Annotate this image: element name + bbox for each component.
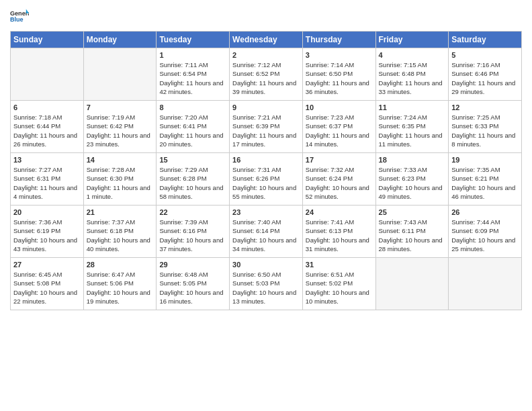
- calendar-body: 1Sunrise: 7:11 AM Sunset: 6:54 PM Daylig…: [11, 48, 522, 310]
- day-info: Sunrise: 6:45 AM Sunset: 5:08 PM Dayligh…: [13, 270, 81, 306]
- day-info: Sunrise: 7:29 AM Sunset: 6:28 PM Dayligh…: [159, 165, 226, 201]
- day-number: 9: [232, 103, 300, 111]
- day-header-tuesday: Tuesday: [157, 32, 230, 48]
- day-info: Sunrise: 7:24 AM Sunset: 6:35 PM Dayligh…: [379, 113, 446, 148]
- day-number: 8: [159, 103, 226, 111]
- day-number: 27: [13, 261, 81, 269]
- day-number: 2: [232, 51, 300, 59]
- calendar-cell: 1Sunrise: 7:11 AM Sunset: 6:54 PM Daylig…: [157, 48, 230, 101]
- calendar-header-row: SundayMondayTuesdayWednesdayThursdayFrid…: [11, 32, 522, 48]
- day-info: Sunrise: 7:40 AM Sunset: 6:14 PM Dayligh…: [232, 218, 300, 253]
- day-number: 18: [379, 156, 446, 164]
- day-number: 31: [306, 261, 373, 269]
- day-number: 13: [13, 156, 81, 164]
- calendar-cell: 28Sunrise: 6:47 AM Sunset: 5:06 PM Dayli…: [83, 258, 157, 310]
- calendar-cell: 8Sunrise: 7:20 AM Sunset: 6:41 PM Daylig…: [157, 101, 230, 153]
- day-number: 12: [451, 103, 519, 111]
- day-number: 15: [159, 156, 226, 164]
- day-info: Sunrise: 6:51 AM Sunset: 5:02 PM Dayligh…: [306, 270, 373, 306]
- day-number: 28: [87, 261, 154, 269]
- calendar-cell: 5Sunrise: 7:16 AM Sunset: 6:46 PM Daylig…: [449, 48, 522, 101]
- calendar-table: SundayMondayTuesdayWednesdayThursdayFrid…: [10, 31, 522, 310]
- calendar-cell: [11, 48, 84, 101]
- day-number: 25: [379, 208, 446, 216]
- day-info: Sunrise: 7:41 AM Sunset: 6:13 PM Dayligh…: [306, 218, 373, 253]
- calendar-cell: 30Sunrise: 6:50 AM Sunset: 5:03 PM Dayli…: [230, 258, 303, 310]
- calendar-cell: 20Sunrise: 7:36 AM Sunset: 6:19 PM Dayli…: [11, 205, 84, 258]
- calendar-cell: 17Sunrise: 7:32 AM Sunset: 6:24 PM Dayli…: [302, 153, 375, 205]
- day-info: Sunrise: 7:28 AM Sunset: 6:30 PM Dayligh…: [87, 165, 154, 201]
- day-info: Sunrise: 7:15 AM Sunset: 6:48 PM Dayligh…: [379, 60, 446, 96]
- day-number: 26: [451, 208, 519, 216]
- calendar-cell: [449, 258, 522, 310]
- day-number: 20: [13, 208, 81, 216]
- day-number: 24: [306, 208, 373, 216]
- calendar-cell: 22Sunrise: 7:39 AM Sunset: 6:16 PM Dayli…: [157, 205, 230, 258]
- calendar-cell: 31Sunrise: 6:51 AM Sunset: 5:02 PM Dayli…: [302, 258, 375, 310]
- day-info: Sunrise: 6:50 AM Sunset: 5:03 PM Dayligh…: [232, 270, 300, 306]
- calendar-cell: 6Sunrise: 7:18 AM Sunset: 6:44 PM Daylig…: [11, 101, 84, 153]
- day-number: 14: [87, 156, 154, 164]
- day-info: Sunrise: 7:11 AM Sunset: 6:54 PM Dayligh…: [159, 60, 226, 96]
- calendar-cell: 19Sunrise: 7:35 AM Sunset: 6:21 PM Dayli…: [449, 153, 522, 205]
- calendar-cell: 29Sunrise: 6:48 AM Sunset: 5:05 PM Dayli…: [157, 258, 230, 310]
- day-number: 17: [306, 156, 373, 164]
- calendar-week-row: 6Sunrise: 7:18 AM Sunset: 6:44 PM Daylig…: [11, 101, 522, 153]
- day-info: Sunrise: 7:37 AM Sunset: 6:18 PM Dayligh…: [87, 218, 154, 253]
- day-number: 1: [159, 51, 226, 59]
- calendar-week-row: 20Sunrise: 7:36 AM Sunset: 6:19 PM Dayli…: [11, 205, 522, 258]
- calendar-cell: 27Sunrise: 6:45 AM Sunset: 5:08 PM Dayli…: [11, 258, 84, 310]
- page-header: General Blue: [10, 7, 522, 26]
- day-info: Sunrise: 7:12 AM Sunset: 6:52 PM Dayligh…: [232, 60, 300, 96]
- calendar-cell: 12Sunrise: 7:25 AM Sunset: 6:33 PM Dayli…: [449, 101, 522, 153]
- day-info: Sunrise: 7:19 AM Sunset: 6:42 PM Dayligh…: [87, 113, 154, 148]
- day-info: Sunrise: 7:16 AM Sunset: 6:46 PM Dayligh…: [451, 60, 519, 96]
- day-header-friday: Friday: [375, 32, 449, 48]
- day-info: Sunrise: 7:25 AM Sunset: 6:33 PM Dayligh…: [451, 113, 519, 148]
- day-number: 6: [13, 103, 81, 111]
- day-header-wednesday: Wednesday: [230, 32, 303, 48]
- calendar-cell: 24Sunrise: 7:41 AM Sunset: 6:13 PM Dayli…: [302, 205, 375, 258]
- calendar-week-row: 27Sunrise: 6:45 AM Sunset: 5:08 PM Dayli…: [11, 258, 522, 310]
- calendar-cell: 11Sunrise: 7:24 AM Sunset: 6:35 PM Dayli…: [375, 101, 449, 153]
- calendar-cell: 4Sunrise: 7:15 AM Sunset: 6:48 PM Daylig…: [375, 48, 449, 101]
- calendar-cell: 10Sunrise: 7:23 AM Sunset: 6:37 PM Dayli…: [302, 101, 375, 153]
- calendar-cell: [375, 258, 449, 310]
- calendar-cell: 9Sunrise: 7:21 AM Sunset: 6:39 PM Daylig…: [230, 101, 303, 153]
- day-header-sunday: Sunday: [11, 32, 84, 48]
- calendar-cell: 13Sunrise: 7:27 AM Sunset: 6:31 PM Dayli…: [11, 153, 84, 205]
- day-info: Sunrise: 7:14 AM Sunset: 6:50 PM Dayligh…: [306, 60, 373, 96]
- day-info: Sunrise: 6:47 AM Sunset: 5:06 PM Dayligh…: [87, 270, 154, 306]
- day-number: 30: [232, 261, 300, 269]
- logo: General Blue: [10, 7, 29, 26]
- svg-text:Blue: Blue: [10, 16, 24, 23]
- calendar-cell: 15Sunrise: 7:29 AM Sunset: 6:28 PM Dayli…: [157, 153, 230, 205]
- calendar-cell: 21Sunrise: 7:37 AM Sunset: 6:18 PM Dayli…: [83, 205, 157, 258]
- calendar-cell: 26Sunrise: 7:44 AM Sunset: 6:09 PM Dayli…: [449, 205, 522, 258]
- day-info: Sunrise: 7:32 AM Sunset: 6:24 PM Dayligh…: [306, 165, 373, 201]
- day-info: Sunrise: 7:23 AM Sunset: 6:37 PM Dayligh…: [306, 113, 373, 148]
- logo-icon: General Blue: [10, 7, 29, 26]
- day-header-thursday: Thursday: [302, 32, 375, 48]
- day-info: Sunrise: 6:48 AM Sunset: 5:05 PM Dayligh…: [159, 270, 226, 306]
- day-number: 19: [451, 156, 519, 164]
- day-info: Sunrise: 7:39 AM Sunset: 6:16 PM Dayligh…: [159, 218, 226, 253]
- day-info: Sunrise: 7:31 AM Sunset: 6:26 PM Dayligh…: [232, 165, 300, 201]
- calendar-cell: [83, 48, 157, 101]
- day-number: 7: [87, 103, 154, 111]
- calendar-cell: 16Sunrise: 7:31 AM Sunset: 6:26 PM Dayli…: [230, 153, 303, 205]
- day-number: 23: [232, 208, 300, 216]
- day-header-saturday: Saturday: [449, 32, 522, 48]
- calendar-week-row: 13Sunrise: 7:27 AM Sunset: 6:31 PM Dayli…: [11, 153, 522, 205]
- day-number: 3: [306, 51, 373, 59]
- calendar-cell: 3Sunrise: 7:14 AM Sunset: 6:50 PM Daylig…: [302, 48, 375, 101]
- day-number: 10: [306, 103, 373, 111]
- day-info: Sunrise: 7:43 AM Sunset: 6:11 PM Dayligh…: [379, 218, 446, 253]
- day-info: Sunrise: 7:36 AM Sunset: 6:19 PM Dayligh…: [13, 218, 81, 253]
- day-number: 21: [87, 208, 154, 216]
- calendar-week-row: 1Sunrise: 7:11 AM Sunset: 6:54 PM Daylig…: [11, 48, 522, 101]
- day-header-monday: Monday: [83, 32, 157, 48]
- day-info: Sunrise: 7:20 AM Sunset: 6:41 PM Dayligh…: [159, 113, 226, 148]
- calendar-cell: 14Sunrise: 7:28 AM Sunset: 6:30 PM Dayli…: [83, 153, 157, 205]
- day-info: Sunrise: 7:44 AM Sunset: 6:09 PM Dayligh…: [451, 218, 519, 253]
